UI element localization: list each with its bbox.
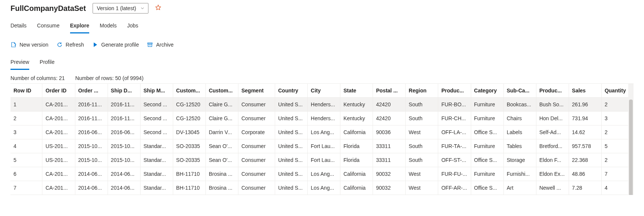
archive-button[interactable]: Archive bbox=[147, 42, 174, 48]
table-cell: 14.62 bbox=[569, 125, 601, 139]
archive-icon bbox=[147, 42, 153, 48]
new-version-label: New version bbox=[19, 42, 48, 48]
table-cell: California bbox=[340, 181, 373, 195]
tab-explore[interactable]: Explore bbox=[70, 20, 89, 33]
subtab-preview[interactable]: Preview bbox=[10, 57, 29, 70]
table-cell: SO-20335 bbox=[173, 139, 205, 153]
table-cell: CA-201... bbox=[42, 98, 75, 112]
table-cell: Fort Lau... bbox=[308, 139, 340, 153]
table-cell: Furniture bbox=[471, 167, 503, 181]
tab-models[interactable]: Models bbox=[100, 20, 117, 33]
table-row[interactable]: 5US-201...2015-10...2015-10...Standar...… bbox=[10, 153, 634, 167]
column-header[interactable]: Sales bbox=[569, 84, 601, 98]
columns-count: Number of columns: 21 bbox=[10, 75, 65, 81]
table-cell: OFF-ST-... bbox=[438, 153, 471, 167]
table-cell: 3 bbox=[10, 125, 42, 139]
table-cell: Standar... bbox=[140, 153, 173, 167]
table-cell: 90036 bbox=[373, 125, 406, 139]
chevron-down-icon bbox=[141, 6, 144, 10]
table-cell: Brosina ... bbox=[205, 181, 238, 195]
table-cell: Consumer bbox=[238, 181, 275, 195]
table-cell: 731.94 bbox=[569, 112, 601, 125]
version-dropdown[interactable]: Version 1 (latest) bbox=[93, 3, 148, 14]
table-cell: 2016-11... bbox=[75, 98, 108, 112]
table-cell: Consumer bbox=[238, 98, 275, 112]
table-cell: Chairs bbox=[503, 112, 536, 125]
table-row[interactable]: 7CA-201...2014-06...2014-06...Standar...… bbox=[10, 181, 634, 195]
table-cell: 6 bbox=[10, 167, 42, 181]
table-cell: Furniture bbox=[471, 139, 503, 153]
page-title: FullCompanyDataSet bbox=[10, 4, 86, 13]
tab-details[interactable]: Details bbox=[10, 20, 27, 33]
column-header[interactable]: Custom... bbox=[173, 84, 205, 98]
table-cell: 2016-06... bbox=[108, 125, 140, 139]
scrollbar-track[interactable] bbox=[628, 84, 634, 195]
column-header[interactable]: City bbox=[308, 84, 340, 98]
column-header[interactable]: Region bbox=[406, 84, 438, 98]
table-cell: Kentucky bbox=[340, 112, 373, 125]
rows-count: Number of rows: 50 (of 9994) bbox=[75, 75, 144, 81]
column-header[interactable]: Produc... bbox=[438, 84, 471, 98]
table-cell: FUR-FU-... bbox=[438, 167, 471, 181]
table-cell: 90032 bbox=[373, 167, 406, 181]
column-header[interactable]: Country bbox=[275, 84, 307, 98]
table-cell: South bbox=[406, 139, 438, 153]
table-row[interactable]: 3CA-201...2016-06...2016-06...Second ...… bbox=[10, 125, 634, 139]
table-cell: Claire G... bbox=[205, 98, 238, 112]
table-cell: Sean O'... bbox=[205, 153, 238, 167]
column-header[interactable]: Ship M... bbox=[140, 84, 173, 98]
column-header[interactable]: Postal ... bbox=[373, 84, 406, 98]
table-cell: Bretford... bbox=[536, 139, 569, 153]
table-cell: Hon Del... bbox=[536, 112, 569, 125]
table-cell: United S... bbox=[275, 112, 307, 125]
column-header[interactable]: Category bbox=[471, 84, 503, 98]
table-row[interactable]: 2CA-201...2016-11...2016-11...Second ...… bbox=[10, 112, 634, 125]
archive-label: Archive bbox=[156, 42, 174, 48]
column-header[interactable]: Custom... bbox=[205, 84, 238, 98]
table-cell: Consumer bbox=[238, 112, 275, 125]
column-header[interactable]: State bbox=[340, 84, 373, 98]
table-row[interactable]: 6CA-201...2014-06...2014-06...Standar...… bbox=[10, 167, 634, 181]
table-cell: 261.96 bbox=[569, 98, 601, 112]
tab-consume[interactable]: Consume bbox=[37, 20, 60, 33]
table-cell: Bookcas... bbox=[503, 98, 536, 112]
table-cell: FUR-BO... bbox=[438, 98, 471, 112]
table-cell: United S... bbox=[275, 125, 307, 139]
column-header[interactable]: Order ID bbox=[42, 84, 75, 98]
scrollbar-thumb[interactable] bbox=[629, 100, 633, 195]
table-cell: CA-201... bbox=[42, 112, 75, 125]
dataset-page: FullCompanyDataSet Version 1 (latest) De… bbox=[0, 0, 644, 195]
star-icon[interactable] bbox=[155, 5, 161, 12]
generate-profile-label: Generate profile bbox=[101, 42, 139, 48]
subtab-profile[interactable]: Profile bbox=[40, 57, 55, 70]
table-cell: Second ... bbox=[140, 112, 173, 125]
column-header[interactable]: Ship D... bbox=[108, 84, 140, 98]
table-cell: 4 bbox=[10, 139, 42, 153]
tab-jobs[interactable]: Jobs bbox=[127, 20, 138, 33]
table-row[interactable]: 1CA-201...2016-11...2016-11...Second ...… bbox=[10, 98, 634, 112]
table-cell: 957.578 bbox=[569, 139, 601, 153]
column-header[interactable]: Row ID bbox=[10, 84, 42, 98]
table-cell: US-201... bbox=[42, 153, 75, 167]
table-cell: Furnishi... bbox=[503, 167, 536, 181]
column-header[interactable]: Segment bbox=[238, 84, 275, 98]
table-cell: Sean O'... bbox=[205, 139, 238, 153]
table-cell: Standar... bbox=[140, 139, 173, 153]
play-icon bbox=[92, 42, 98, 48]
table-cell: 2015-10... bbox=[108, 139, 140, 153]
column-header[interactable]: Sub-Ca... bbox=[503, 84, 536, 98]
table-cell: Florida bbox=[340, 139, 373, 153]
table-cell: 2014-06... bbox=[108, 167, 140, 181]
table-cell: Corporate bbox=[238, 125, 275, 139]
new-version-button[interactable]: New version bbox=[10, 42, 48, 48]
table-row[interactable]: 4US-201...2015-10...2015-10...Standar...… bbox=[10, 139, 634, 153]
table-cell: Florida bbox=[340, 153, 373, 167]
refresh-button[interactable]: Refresh bbox=[57, 42, 84, 48]
table-cell: Office S... bbox=[471, 153, 503, 167]
column-header[interactable]: Order ... bbox=[75, 84, 108, 98]
column-header[interactable]: Produc... bbox=[536, 84, 569, 98]
table-cell: Kentucky bbox=[340, 98, 373, 112]
table-cell: 2015-10... bbox=[75, 139, 108, 153]
generate-profile-button[interactable]: Generate profile bbox=[92, 42, 139, 48]
table-cell: Henders... bbox=[308, 112, 340, 125]
